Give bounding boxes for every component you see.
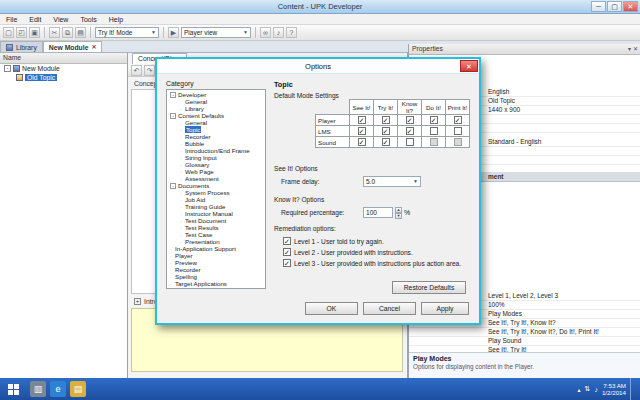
required-percentage-spinner[interactable]: 100 ▲▼ % [363,207,410,218]
record-mode-combo[interactable]: Try It! Mode ▼ [95,27,159,38]
category-item-recorder[interactable]: ·Recorder [167,133,265,140]
category-item-preview[interactable]: ·Preview [167,259,265,266]
remediation-option-3[interactable]: ✓Level 3 - User provided with instructio… [283,259,461,267]
category-item-instructor-manual[interactable]: ·Instructor Manual [167,210,265,217]
window-titlebar[interactable]: Content - UPK Developer ─ ▢ ✕ [0,0,640,14]
link-icon[interactable]: ∞ [260,27,271,38]
category-item-in-application-support[interactable]: ·In-Application Support [167,245,265,252]
collapse-icon[interactable]: - [170,92,176,98]
category-item-general[interactable]: ·General [167,98,265,105]
dialog-close-button[interactable]: ✕ [460,60,478,72]
start-button[interactable] [0,378,26,400]
frame-delay-combo[interactable]: 5.0 ▼ [363,176,421,187]
remediation-checkbox[interactable]: ✓ [283,259,291,267]
help-icon[interactable]: ? [286,27,297,38]
apply-button[interactable]: Apply [421,302,469,315]
category-item-spelling[interactable]: ·Spelling [167,273,265,280]
tab-library[interactable]: Library [0,41,43,52]
category-item-library[interactable]: ·Library [167,105,265,112]
category-item-recorder[interactable]: ·Recorder [167,266,265,273]
copy-icon[interactable]: ⧉ [62,27,73,38]
tree-item-old-topic[interactable]: Old Topic [0,73,127,82]
open-icon[interactable]: ◰ [16,27,27,38]
category-item-assessment[interactable]: ·Assessment [167,175,265,182]
save-icon[interactable]: ▣ [29,27,40,38]
taskbar-clock[interactable]: 7:53 AM 1/2/2014 [602,382,626,396]
remediation-checkbox[interactable]: ✓ [283,237,291,245]
volume-icon[interactable]: ♪ [594,386,598,393]
menu-view[interactable]: View [47,16,74,23]
server-manager-icon[interactable]: ▥ [30,381,46,397]
mode-checkbox[interactable] [406,138,414,146]
mode-checkbox[interactable]: ✓ [358,127,366,135]
mode-checkbox[interactable]: ✓ [382,138,390,146]
remediation-option-1[interactable]: ✓Level 1 - User told to try again. [283,237,384,245]
mode-checkbox[interactable] [454,127,462,135]
tree-item-new-module[interactable]: - New Module [0,64,127,73]
player-view-combo[interactable]: Player view ▼ [181,27,251,38]
remediation-checkbox[interactable]: ✓ [283,248,291,256]
category-item-target-applications[interactable]: ·Target Applications [167,280,265,287]
property-row[interactable]: See It!, Try It!, Know It?, Do It!, Prin… [409,328,640,337]
close-panel-icon[interactable]: ✕ [633,44,638,54]
tray-arrow-icon[interactable]: ▴ [578,386,581,393]
sound-icon[interactable]: ♪ [273,27,284,38]
collapse-icon[interactable]: - [4,65,11,72]
dialog-titlebar[interactable]: Options ✕ [157,59,479,74]
restore-defaults-button[interactable]: Restore Defaults [392,281,466,294]
mode-checkbox[interactable]: ✓ [454,116,462,124]
mode-checkbox[interactable]: ✓ [406,116,414,124]
minimize-button[interactable]: ─ [591,1,606,12]
tab-new-module[interactable]: New Module ✕ [43,41,103,52]
category-item-general[interactable]: ·General [167,119,265,126]
mode-checkbox[interactable]: ✓ [430,116,438,124]
category-item-player[interactable]: ·Player [167,252,265,259]
category-item-topic[interactable]: ·Topic [167,126,265,133]
category-item-system-process[interactable]: ·System Process [167,189,265,196]
category-item-introduction-end-frame[interactable]: ·Introduction/End Frame [167,147,265,154]
menu-tools[interactable]: Tools [74,16,102,23]
category-item-test-results[interactable]: ·Test Results [167,224,265,231]
category-item-content-defaults[interactable]: -Content Defaults [167,112,265,119]
category-item-test-document[interactable]: ·Test Document [167,217,265,224]
menu-help[interactable]: Help [103,16,129,23]
ok-button[interactable]: OK [305,302,358,315]
category-item-web-page[interactable]: ·Web Page [167,168,265,175]
mode-checkbox[interactable]: ✓ [382,127,390,135]
category-item-string-input[interactable]: ·String Input [167,154,265,161]
mode-checkbox[interactable]: ✓ [358,138,366,146]
category-item-bubble[interactable]: ·Bubble [167,140,265,147]
mode-checkbox[interactable]: ✓ [382,116,390,124]
close-tab-icon[interactable]: ✕ [91,42,96,53]
required-percentage-value[interactable]: 100 [363,207,393,218]
mode-checkbox[interactable]: ✓ [358,116,366,124]
category-item-job-aid[interactable]: ·Job Aid [167,196,265,203]
category-item-presentation[interactable]: ·Presentation [167,238,265,245]
pin-icon[interactable]: ▾ [628,44,631,54]
close-button[interactable]: ✕ [623,1,638,12]
property-row[interactable]: Play Sound [409,337,640,346]
menu-edit[interactable]: Edit [23,16,47,23]
cancel-button[interactable]: Cancel [363,302,416,315]
category-item-glossary[interactable]: ·Glossary [167,161,265,168]
collapse-icon[interactable]: - [170,183,176,189]
mode-checkbox[interactable] [430,127,438,135]
remediation-option-2[interactable]: ✓Level 2 - User provided with instructio… [283,248,413,256]
preview-icon[interactable]: ▶ [168,27,179,38]
category-item-test-case[interactable]: ·Test Case [167,231,265,238]
menu-file[interactable]: File [0,16,23,23]
category-item-documents[interactable]: -Documents [167,182,265,189]
back-icon[interactable]: ↶ [131,65,142,76]
category-item-training-guide[interactable]: ·Training Guide [167,203,265,210]
show-desktop-button[interactable] [630,378,634,400]
collapse-icon[interactable]: - [170,113,176,119]
cut-icon[interactable]: ✂ [49,27,60,38]
expand-icon[interactable]: + [134,298,141,305]
mode-checkbox[interactable]: ✓ [406,127,414,135]
maximize-button[interactable]: ▢ [607,1,622,12]
internet-explorer-icon[interactable]: e [50,381,66,397]
forward-icon[interactable]: ↷ [144,65,155,76]
spinner-arrows[interactable]: ▲▼ [395,207,402,218]
new-icon[interactable]: ▢ [3,27,14,38]
paste-icon[interactable]: ▤ [75,27,86,38]
